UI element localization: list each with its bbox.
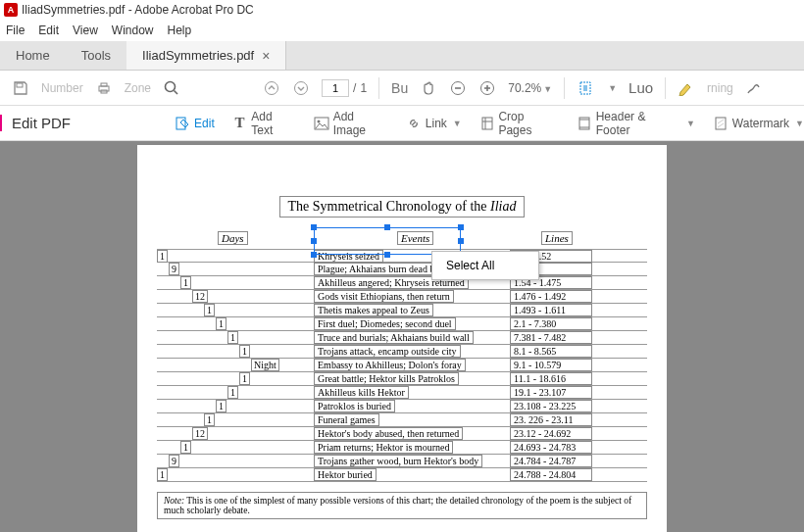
col-header-lines[interactable]: Lines [541, 231, 573, 245]
edit-tool[interactable]: Edit [175, 116, 215, 131]
print-icon[interactable] [95, 79, 113, 97]
lines-cell[interactable]: 11.1 - 18.616 [510, 372, 592, 385]
event-cell[interactable]: Patroklos is buried [314, 400, 395, 412]
zoom-in-icon[interactable] [478, 79, 496, 97]
menu-window[interactable]: Window [112, 24, 154, 37]
day-cell[interactable]: 1 [204, 304, 215, 316]
day-cell[interactable]: 1 [239, 372, 250, 385]
lines-cell[interactable]: 23. 226 - 23.11 [510, 413, 592, 426]
menu-select-all[interactable]: Select All [432, 256, 538, 275]
event-cell[interactable]: First duel; Diomedes; second duel [314, 317, 456, 330]
day-cell[interactable]: 9 [169, 263, 179, 275]
event-cell[interactable]: Funeral games [314, 413, 379, 426]
menu-edit[interactable]: Edit [38, 24, 59, 37]
day-cell[interactable]: 1 [180, 276, 191, 289]
selection-handle[interactable] [311, 252, 317, 258]
tab-home[interactable]: Home [0, 41, 66, 70]
selection-handle[interactable] [458, 224, 464, 230]
lines-cell[interactable]: 9.1 - 10.579 [510, 359, 592, 371]
watermark-icon [713, 116, 729, 131]
text-icon: T [232, 116, 248, 131]
page-down-icon[interactable] [292, 79, 310, 97]
selection-handle[interactable] [384, 252, 390, 258]
event-cell[interactable]: Truce and burials; Akhaians build wall [314, 331, 474, 344]
table-row: 1First duel; Diomedes; second duel2.1 - … [157, 317, 647, 331]
event-cell[interactable]: Hektor's body abused, then returned [314, 427, 463, 440]
event-cell[interactable]: Hektor buried [314, 468, 377, 481]
day-cell[interactable]: 1 [157, 250, 168, 263]
day-cell[interactable]: 1 [227, 386, 238, 399]
add-text-tool[interactable]: T Add Text [232, 110, 296, 137]
table-row: 1Akhilleus angered; Khryseis returned1.5… [157, 276, 647, 290]
bu-tool[interactable]: Bu [391, 80, 408, 96]
menu-file[interactable]: File [6, 24, 25, 37]
highlighter-icon[interactable] [678, 79, 695, 97]
lines-cell[interactable]: 24.788 - 24.804 [510, 468, 592, 481]
selection-handle[interactable] [311, 238, 317, 244]
day-cell[interactable]: Night [251, 359, 279, 371]
lines-cell[interactable]: 1.493 - 1.611 [510, 304, 592, 316]
lines-cell[interactable]: 7.381 - 7.482 [510, 331, 592, 344]
lines-cell[interactable]: 23.108 - 23.225 [510, 400, 592, 412]
day-cell[interactable]: 1 [204, 413, 215, 426]
event-cell[interactable]: Gods visit Ethiopians, then return [314, 290, 454, 303]
lines-cell[interactable]: 2.1 - 7.380 [510, 317, 592, 330]
page-input[interactable] [322, 79, 349, 97]
crop-pages-tool[interactable]: Crop Pages [479, 110, 559, 137]
col-header-events[interactable]: Events [397, 231, 433, 245]
day-cell[interactable]: 9 [169, 455, 179, 467]
event-cell[interactable]: Priam returns; Hektor is mourned [314, 441, 453, 454]
event-cell[interactable]: Khryseis seized [314, 250, 383, 263]
lines-cell[interactable]: 23.12 - 24.692 [510, 427, 592, 440]
hand-icon[interactable] [420, 79, 437, 97]
event-cell[interactable]: Embassy to Akhilleus; Dolon's foray [314, 359, 466, 371]
event-cell[interactable]: Thetis makes appeal to Zeus [314, 304, 433, 316]
zoom-level[interactable]: 70.2%▼ [508, 81, 552, 95]
day-cell[interactable]: 1 [216, 400, 226, 412]
lines-cell[interactable]: 19.1 - 23.107 [510, 386, 592, 399]
sign-icon[interactable] [745, 79, 763, 97]
page-up-icon[interactable] [263, 79, 280, 97]
day-cell[interactable]: 1 [216, 317, 226, 330]
search-icon[interactable] [163, 79, 180, 97]
event-cell[interactable]: Akhilleus kills Hektor [314, 386, 409, 399]
event-cell[interactable]: Great battle; Hektor kills Patroklos [314, 372, 459, 385]
selection-handle[interactable] [384, 224, 390, 230]
lines-cell[interactable]: 1.476 - 1.492 [510, 290, 592, 303]
col-header-days[interactable]: Days [218, 231, 248, 245]
selection-handle[interactable] [458, 238, 464, 244]
crop-icon [479, 116, 495, 131]
selection-handle[interactable] [311, 224, 317, 230]
pdf-page[interactable]: The Symmetrical Chronology of the Iliad … [137, 145, 667, 532]
event-cell[interactable]: Trojans attack, encamp outside city [314, 345, 461, 358]
day-cell[interactable]: 1 [239, 345, 250, 358]
day-cell[interactable]: 1 [227, 331, 238, 344]
close-icon[interactable]: × [262, 48, 270, 64]
page-title[interactable]: The Symmetrical Chronology of the Iliad [279, 196, 526, 218]
event-cell[interactable]: Trojans gather wood, burn Hektor's body [314, 455, 482, 467]
day-cell[interactable]: 12 [192, 290, 208, 303]
day-cell[interactable]: 1 [180, 441, 191, 454]
day-cell[interactable]: 1 [157, 468, 168, 481]
lines-cell[interactable]: 8.1 - 8.565 [510, 345, 592, 358]
fit-page-icon[interactable] [577, 79, 594, 97]
footnote[interactable]: Note: This is one of the simplest of man… [157, 492, 647, 519]
tab-home-label: Home [16, 48, 50, 63]
lines-cell[interactable]: 24.784 - 24.787 [510, 455, 592, 467]
chevron-down-icon[interactable]: ▼ [608, 83, 617, 93]
luo-tool[interactable]: Luo [628, 79, 653, 96]
lines-cell[interactable]: 24.693 - 24.783 [510, 441, 592, 454]
document-area[interactable]: The Symmetrical Chronology of the Iliad … [0, 141, 804, 532]
tab-tools[interactable]: Tools [66, 41, 126, 70]
menu-help[interactable]: Help [168, 24, 192, 37]
watermark-tool[interactable]: Watermark ▼ [713, 116, 804, 131]
save-icon[interactable] [12, 79, 29, 97]
zoom-out-icon[interactable] [449, 79, 467, 97]
svg-point-4 [166, 81, 176, 91]
add-image-tool[interactable]: Add Image [314, 110, 388, 137]
tab-document[interactable]: IliadSymmetries.pdf × [126, 41, 286, 70]
header-footer-tool[interactable]: Header & Footer ▼ [577, 110, 695, 137]
menu-view[interactable]: View [73, 24, 98, 37]
link-tool[interactable]: Link ▼ [406, 116, 462, 131]
day-cell[interactable]: 12 [192, 427, 208, 440]
